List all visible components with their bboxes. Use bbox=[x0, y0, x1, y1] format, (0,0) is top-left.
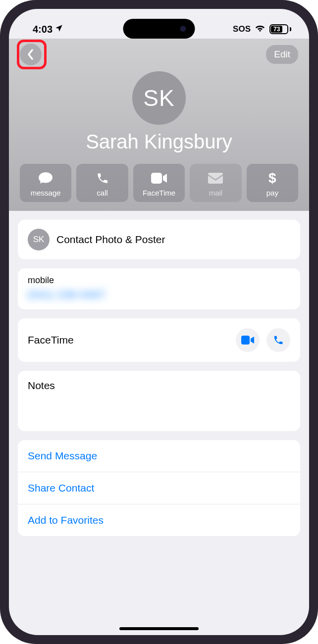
mail-label: mail bbox=[209, 189, 223, 197]
facetime-label: FaceTime bbox=[143, 189, 175, 197]
edit-button[interactable]: Edit bbox=[266, 45, 298, 64]
home-indicator[interactable] bbox=[119, 627, 199, 630]
mini-avatar: SK bbox=[28, 229, 50, 250]
message-icon bbox=[38, 171, 53, 186]
call-label: call bbox=[97, 189, 108, 197]
screen: 4:03 SOS 73 E bbox=[9, 9, 309, 635]
svg-rect-1 bbox=[208, 173, 223, 184]
photo-poster-card[interactable]: SK Contact Photo & Poster bbox=[18, 220, 300, 259]
wifi-icon bbox=[255, 24, 265, 35]
mute-switch bbox=[0, 114, 1, 134]
phone-frame: 4:03 SOS 73 E bbox=[0, 0, 318, 644]
dollar-icon: $ bbox=[268, 171, 276, 186]
send-message-link[interactable]: Send Message bbox=[18, 440, 300, 472]
phone-card[interactable]: mobile (541) 236-0407 bbox=[18, 268, 300, 309]
mail-icon bbox=[208, 171, 223, 186]
photo-poster-label: Contact Photo & Poster bbox=[56, 234, 165, 246]
dynamic-island bbox=[123, 19, 195, 39]
phone-icon bbox=[273, 335, 284, 346]
facetime-button[interactable]: FaceTime bbox=[133, 164, 185, 202]
back-button-highlight bbox=[17, 40, 47, 69]
sos-indicator: SOS bbox=[233, 24, 251, 34]
svg-rect-2 bbox=[241, 336, 250, 345]
notes-label: Notes bbox=[28, 380, 290, 392]
pay-button[interactable]: $ pay bbox=[247, 164, 298, 202]
video-icon bbox=[241, 336, 254, 345]
call-button[interactable]: call bbox=[76, 164, 128, 202]
mail-button: mail bbox=[190, 164, 241, 202]
message-button[interactable]: message bbox=[20, 164, 71, 202]
facetime-card: FaceTime bbox=[18, 318, 300, 362]
video-icon bbox=[151, 171, 167, 186]
battery-indicator: 73 bbox=[269, 24, 291, 34]
notes-card[interactable]: Notes bbox=[18, 371, 300, 431]
status-time: 4:03 bbox=[33, 24, 53, 35]
facetime-audio-button[interactable] bbox=[266, 328, 290, 352]
facetime-label: FaceTime bbox=[28, 334, 74, 346]
links-card: Send Message Share Contact Add to Favori… bbox=[18, 440, 300, 536]
pay-label: pay bbox=[266, 189, 278, 197]
contact-avatar: SK bbox=[132, 71, 186, 125]
phone-icon bbox=[96, 171, 109, 186]
action-row: message call FaceTime bbox=[20, 164, 298, 202]
location-icon bbox=[54, 24, 63, 35]
contact-header: Edit SK Sarah Kingsbury message call bbox=[9, 39, 309, 211]
message-label: message bbox=[31, 189, 61, 197]
front-camera bbox=[180, 26, 186, 32]
share-contact-link[interactable]: Share Contact bbox=[18, 472, 300, 504]
content-area: SK Contact Photo & Poster mobile (541) 2… bbox=[9, 211, 309, 536]
contact-name: Sarah Kingsbury bbox=[20, 131, 298, 153]
phone-type-label: mobile bbox=[28, 275, 290, 286]
svg-rect-0 bbox=[151, 173, 162, 184]
facetime-video-button[interactable] bbox=[236, 328, 260, 352]
phone-number[interactable]: (541) 236-0407 bbox=[28, 289, 290, 300]
volume-up-button bbox=[0, 153, 1, 193]
volume-down-button bbox=[0, 203, 1, 243]
add-favorites-link[interactable]: Add to Favorites bbox=[18, 504, 300, 536]
